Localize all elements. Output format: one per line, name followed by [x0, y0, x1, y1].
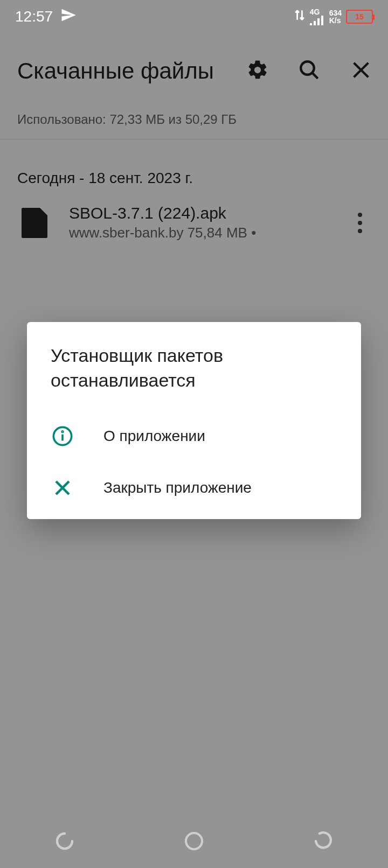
back-button[interactable]: [309, 828, 337, 856]
recents-icon: [53, 830, 76, 855]
battery-icon: 15: [346, 10, 373, 24]
svg-point-8: [186, 833, 202, 849]
svg-point-7: [62, 431, 63, 432]
svg-rect-2: [317, 18, 320, 25]
error-dialog: Установщик пакетов останавливается О при…: [27, 322, 361, 519]
info-icon: [51, 424, 74, 448]
recents-button[interactable]: [51, 828, 79, 856]
navigation-bar: [0, 816, 388, 868]
svg-rect-3: [321, 16, 323, 25]
svg-rect-0: [310, 23, 312, 25]
dialog-title: Установщик пакетов останавливается: [27, 322, 361, 410]
about-app-label: О приложении: [103, 428, 205, 445]
data-arrows-icon: [294, 8, 306, 26]
home-circle-icon: [183, 830, 205, 854]
close-app-label: Закрыть приложение: [103, 479, 252, 496]
back-icon: [312, 830, 335, 855]
net-speed-indicator: 634 K/s: [329, 9, 342, 24]
close-x-icon: [51, 476, 74, 500]
status-bar: 12:57 4G 634 K/s 15: [0, 0, 388, 33]
about-app-button[interactable]: О приложении: [27, 410, 361, 462]
status-time: 12:57: [15, 8, 53, 25]
telegram-icon: [60, 7, 77, 27]
home-button[interactable]: [180, 828, 208, 856]
network-indicator: 4G: [310, 8, 325, 25]
svg-rect-1: [314, 21, 316, 25]
close-app-button[interactable]: Закрыть приложение: [27, 462, 361, 514]
